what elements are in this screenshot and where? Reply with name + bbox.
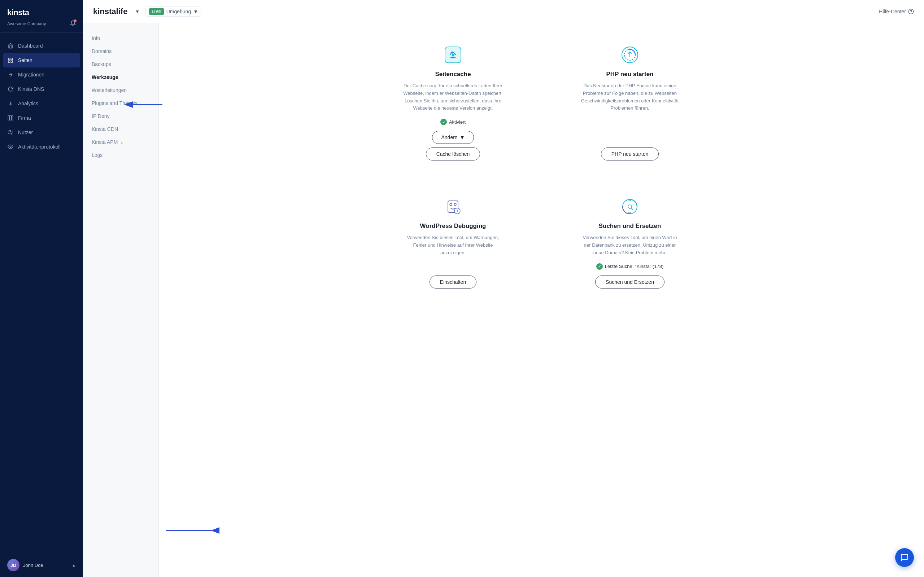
tool-card-search-replace: Suchen und Ersetzen Verwenden Sie dieses…	[556, 189, 704, 295]
sidebar-item-label: Analytics	[18, 101, 38, 106]
subnav-item-domains[interactable]: Domains	[83, 45, 158, 58]
sidebar-item-firma[interactable]: Firma	[0, 111, 83, 125]
main-nav: Dashboard Seiten Migrationen Kinsta DNS …	[0, 33, 83, 553]
subnav-item-backups[interactable]: Backups	[83, 58, 158, 71]
site-name: kinstalife	[93, 7, 128, 16]
svg-point-11	[9, 130, 10, 132]
chevron-up-icon[interactable]: ▲	[72, 563, 76, 567]
arrow-annotation-left	[159, 99, 166, 111]
tools-grid: Seitencache Der Cache sorgt für ein schn…	[379, 37, 704, 296]
subnav-item-kinsta-cdn[interactable]: Kinsta CDN	[83, 122, 158, 135]
chart-icon	[7, 100, 14, 107]
subnav-item-logs[interactable]: Logs	[83, 148, 158, 161]
sidebar: kinsta Awesome Company Dashboard Seiten	[0, 0, 83, 577]
svg-rect-8	[8, 116, 13, 120]
sidebar-item-dashboard[interactable]: Dashboard	[0, 39, 83, 53]
svg-rect-1	[11, 58, 13, 60]
subnav-item-info[interactable]: Info	[83, 32, 158, 45]
help-center-link[interactable]: Hilfe-Center	[879, 9, 914, 15]
search-replace-title: Suchen und Ersetzen	[599, 222, 661, 230]
sidebar-item-label: Seiten	[18, 57, 32, 63]
sidebar-item-label: Dashboard	[18, 43, 43, 49]
debug-enable-button[interactable]: Einschalten	[430, 276, 477, 288]
house-icon	[7, 43, 14, 49]
sidebar-item-label: Aktivitätenprotokoll	[18, 144, 61, 150]
grid-icon	[7, 57, 14, 63]
svg-rect-17	[445, 47, 461, 63]
cache-clear-button[interactable]: Cache löschen	[426, 148, 480, 161]
subnav-item-werkzeuge[interactable]: Werkzeuge	[83, 71, 158, 84]
topbar: kinstalife ▼ LIVE Umgebung ▼ Hilfe-Cente…	[83, 0, 924, 23]
sidebar-item-label: Kinsta DNS	[18, 86, 44, 92]
refresh-icon	[7, 86, 14, 92]
upgrade-icon: ▲	[120, 140, 123, 144]
sidebar-item-seiten[interactable]: Seiten	[3, 53, 80, 68]
subnav-item-ip-deny[interactable]: IP Deny	[83, 110, 158, 122]
svg-point-14	[10, 146, 11, 148]
user-name: John Doe	[23, 562, 43, 568]
help-icon	[908, 9, 914, 15]
search-replace-icon	[620, 197, 640, 217]
cache-icon	[443, 45, 463, 65]
env-selector[interactable]: LIVE Umgebung ▼	[145, 6, 201, 16]
sidebar-item-label: Migrationen	[18, 72, 44, 77]
cache-status: Aktiviert	[440, 119, 465, 125]
php-restart-button[interactable]: PHP neu starten	[601, 148, 659, 161]
sidebar-footer: JD John Doe ▲	[0, 553, 83, 577]
building-icon	[7, 115, 14, 121]
tool-card-debug: WordPress Debugging Verwenden Sie dieses…	[379, 189, 527, 295]
cache-title: Seitencache	[435, 71, 471, 78]
svg-rect-3	[11, 61, 13, 62]
chat-bubble-button[interactable]	[895, 548, 914, 567]
status-active-icon	[596, 263, 603, 270]
cache-desc: Der Cache sorgt für ein schnelleres Lade…	[402, 82, 504, 112]
tool-card-php: PHP neu starten Das Neustarten der PHP E…	[556, 37, 704, 168]
site-chevron-icon[interactable]: ▼	[135, 9, 140, 15]
search-replace-button[interactable]: Suchen und Ersetzen	[595, 276, 664, 288]
tool-card-seitencache: Seitencache Der Cache sorgt für ein schn…	[379, 37, 527, 168]
svg-line-30	[631, 208, 633, 210]
sidebar-logo: kinsta	[7, 8, 76, 17]
sidebar-item-nutzer[interactable]: Nutzer	[0, 125, 83, 140]
help-center-label: Hilfe-Center	[879, 9, 906, 15]
sidebar-item-label: Nutzer	[18, 129, 33, 135]
php-desc: Das Neustarten der PHP Engine kann einig…	[579, 82, 680, 112]
svg-rect-2	[8, 61, 10, 62]
sidebar-company: Awesome Company	[7, 20, 76, 27]
sidebar-item-label: Firma	[18, 115, 31, 121]
arrow-right-icon	[7, 71, 14, 78]
sub-sidebar: Info Domains Backups Werkzeuge Weiterlei…	[83, 23, 159, 577]
notification-bell[interactable]	[70, 20, 76, 27]
sidebar-header: kinsta Awesome Company	[0, 0, 83, 33]
svg-point-20	[629, 49, 631, 50]
env-label: Umgebung	[166, 9, 191, 15]
tools-content: Seitencache Der Cache sorgt für ein schn…	[159, 23, 924, 577]
eye-icon	[7, 143, 14, 150]
content-area: Info Domains Backups Werkzeuge Weiterlei…	[83, 23, 924, 577]
php-title: PHP neu starten	[606, 71, 653, 78]
sidebar-item-kinsta-dns[interactable]: Kinsta DNS	[0, 82, 83, 96]
svg-rect-0	[8, 58, 10, 60]
live-badge: LIVE	[149, 8, 164, 15]
sidebar-item-migrationen[interactable]: Migrationen	[0, 68, 83, 82]
debug-desc: Verwenden Sie dieses Tool, um Warnungen,…	[402, 234, 504, 256]
notification-dot	[74, 19, 76, 23]
status-active-icon	[440, 119, 447, 125]
svg-point-24	[454, 203, 456, 206]
subnav-item-plugins-themes[interactable]: Plugins and Themes	[83, 97, 158, 110]
search-replace-status: Letzte Suche: "Kinsta" (178)	[596, 263, 663, 270]
svg-point-23	[450, 203, 452, 206]
arrow-annotation-right	[162, 525, 220, 537]
chat-icon	[900, 553, 909, 562]
sidebar-item-aktivitaetsprotokoll[interactable]: Aktivitätenprotokoll	[0, 140, 83, 154]
subnav-item-kinsta-apm[interactable]: Kinsta APM ▲	[83, 135, 158, 148]
debug-title: WordPress Debugging	[420, 222, 486, 230]
subnav-item-weiterleitungen[interactable]: Weiterleitungen	[83, 84, 158, 97]
sidebar-item-analytics[interactable]: Analytics	[0, 96, 83, 111]
company-name: Awesome Company	[7, 21, 46, 26]
env-chevron-icon: ▼	[193, 9, 198, 15]
avatar: JD	[7, 559, 19, 571]
php-icon	[620, 45, 640, 65]
cache-change-button[interactable]: Ändern ▼	[432, 131, 473, 144]
btn-chevron-icon: ▼	[460, 134, 465, 140]
